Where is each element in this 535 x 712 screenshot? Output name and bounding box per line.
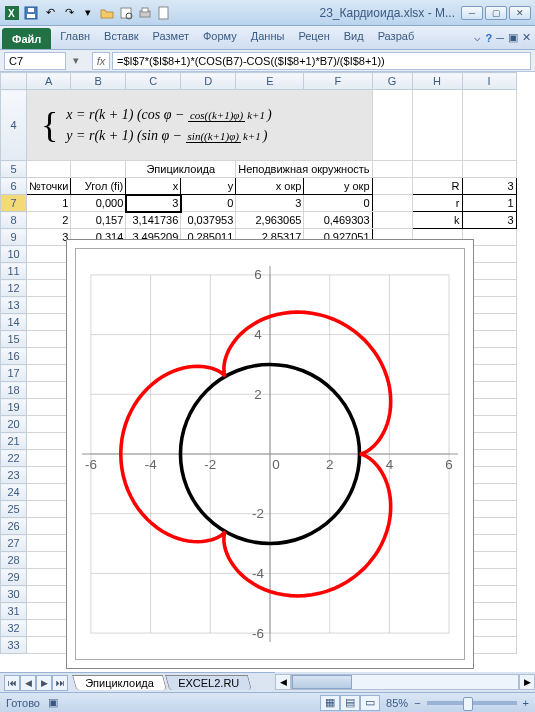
print-preview-icon[interactable] bbox=[118, 5, 134, 21]
row-header[interactable]: 24 bbox=[1, 484, 27, 501]
chart[interactable]: -6-4-20246 642-2-4-6 bbox=[66, 239, 474, 669]
row-header[interactable]: 10 bbox=[1, 246, 27, 263]
col-header[interactable]: C bbox=[126, 73, 181, 90]
cell[interactable]: №точки bbox=[27, 178, 71, 195]
cell[interactable]: 0,157 bbox=[71, 212, 126, 229]
cell[interactable]: 0,469303 bbox=[304, 212, 372, 229]
cell[interactable]: y окр bbox=[304, 178, 372, 195]
cell[interactable]: Неподвижная окружность bbox=[236, 161, 372, 178]
tab-view[interactable]: Вид bbox=[337, 26, 371, 49]
help-icon[interactable]: ? bbox=[485, 32, 492, 44]
cell[interactable]: 0,000 bbox=[71, 195, 126, 212]
row-header[interactable]: 14 bbox=[1, 314, 27, 331]
tab-insert[interactable]: Вставк bbox=[97, 26, 146, 49]
cell[interactable]: y bbox=[181, 178, 236, 195]
active-cell[interactable]: 3 bbox=[126, 195, 181, 212]
col-header[interactable]: H bbox=[412, 73, 462, 90]
col-header[interactable]: A bbox=[27, 73, 71, 90]
row-header[interactable]: 31 bbox=[1, 603, 27, 620]
col-header[interactable]: E bbox=[236, 73, 304, 90]
tab-nav-last-icon[interactable]: ⏭ bbox=[52, 675, 68, 691]
zoom-level[interactable]: 85% bbox=[386, 697, 408, 709]
view-normal-icon[interactable]: ▦ bbox=[320, 695, 340, 711]
name-box[interactable]: C7 bbox=[4, 52, 66, 70]
close-button[interactable]: ✕ bbox=[509, 6, 531, 20]
tab-formulas[interactable]: Форму bbox=[196, 26, 244, 49]
zoom-out-button[interactable]: − bbox=[414, 697, 420, 709]
view-layout-icon[interactable]: ▤ bbox=[340, 695, 360, 711]
cell[interactable]: 2,963065 bbox=[236, 212, 304, 229]
row-header[interactable]: 32 bbox=[1, 620, 27, 637]
row-header[interactable]: 12 bbox=[1, 280, 27, 297]
ribbon-minimize-icon[interactable]: ⌵ bbox=[474, 31, 481, 44]
cell[interactable]: 1 bbox=[462, 195, 516, 212]
sheet-tab-active[interactable]: Эпициклоида bbox=[72, 675, 167, 690]
row-header[interactable]: 7 bbox=[1, 195, 27, 212]
tab-home[interactable]: Главн bbox=[53, 26, 97, 49]
row-header[interactable]: 8 bbox=[1, 212, 27, 229]
cell[interactable]: 3 bbox=[462, 212, 516, 229]
row-header[interactable]: 18 bbox=[1, 382, 27, 399]
redo-icon[interactable]: ↷ bbox=[61, 5, 77, 21]
row-header[interactable]: 11 bbox=[1, 263, 27, 280]
maximize-button[interactable]: ▢ bbox=[485, 6, 507, 20]
row-header[interactable]: 21 bbox=[1, 433, 27, 450]
namebox-dropdown-icon[interactable]: ▾ bbox=[70, 54, 82, 67]
mdi-min-icon[interactable]: ─ bbox=[496, 32, 504, 44]
qat-more-icon[interactable]: ▾ bbox=[80, 5, 96, 21]
scroll-left-icon[interactable]: ◀ bbox=[275, 674, 291, 690]
row-header[interactable]: 13 bbox=[1, 297, 27, 314]
row-header[interactable]: 27 bbox=[1, 535, 27, 552]
zoom-slider[interactable] bbox=[427, 701, 517, 705]
mdi-restore-icon[interactable]: ▣ bbox=[508, 31, 518, 44]
tab-nav-prev-icon[interactable]: ◀ bbox=[20, 675, 36, 691]
row-header[interactable]: 26 bbox=[1, 518, 27, 535]
minimize-button[interactable]: ─ bbox=[461, 6, 483, 20]
row-header[interactable]: 20 bbox=[1, 416, 27, 433]
row-header[interactable]: 28 bbox=[1, 552, 27, 569]
new-icon[interactable] bbox=[156, 5, 172, 21]
tab-review[interactable]: Рецен bbox=[291, 26, 336, 49]
row-header[interactable]: 25 bbox=[1, 501, 27, 518]
tab-nav-first-icon[interactable]: ⏮ bbox=[4, 675, 20, 691]
cell[interactable]: x окр bbox=[236, 178, 304, 195]
cell[interactable]: 2 bbox=[27, 212, 71, 229]
tab-nav-next-icon[interactable]: ▶ bbox=[36, 675, 52, 691]
cell[interactable]: k bbox=[412, 212, 462, 229]
cell[interactable]: Эпициклоида bbox=[126, 161, 236, 178]
row-header[interactable]: 4 bbox=[1, 90, 27, 161]
cell[interactable]: Угол (fi) bbox=[71, 178, 126, 195]
col-header[interactable]: G bbox=[372, 73, 412, 90]
col-header[interactable]: I bbox=[462, 73, 516, 90]
col-header[interactable]: D bbox=[181, 73, 236, 90]
mdi-close-icon[interactable]: ✕ bbox=[522, 31, 531, 44]
cell[interactable]: 3 bbox=[462, 178, 516, 195]
cell[interactable]: x bbox=[126, 178, 181, 195]
cell[interactable]: 3,141736 bbox=[126, 212, 181, 229]
tab-data[interactable]: Данны bbox=[244, 26, 292, 49]
horizontal-scrollbar[interactable]: ◀ ▶ bbox=[275, 672, 535, 692]
save-icon[interactable] bbox=[23, 5, 39, 21]
formula-input[interactable]: =$I$7*($I$8+1)*(COS(B7)-COS(($I$8+1)*B7)… bbox=[112, 52, 531, 70]
cell[interactable]: 0 bbox=[304, 195, 372, 212]
zoom-in-button[interactable]: + bbox=[523, 697, 529, 709]
cell[interactable]: 1 bbox=[27, 195, 71, 212]
row-header[interactable]: 29 bbox=[1, 569, 27, 586]
undo-icon[interactable]: ↶ bbox=[42, 5, 58, 21]
cell[interactable]: 0 bbox=[181, 195, 236, 212]
scroll-right-icon[interactable]: ▶ bbox=[519, 674, 535, 690]
view-pagebreak-icon[interactable]: ▭ bbox=[360, 695, 380, 711]
sheet-tab-inactive[interactable]: EXCEL2.RU bbox=[165, 675, 252, 690]
file-tab[interactable]: Файл bbox=[2, 28, 51, 49]
tab-developer[interactable]: Разраб bbox=[371, 26, 422, 49]
cell[interactable]: R bbox=[412, 178, 462, 195]
row-header[interactable]: 15 bbox=[1, 331, 27, 348]
row-header[interactable]: 9 bbox=[1, 229, 27, 246]
tab-layout[interactable]: Размет bbox=[146, 26, 196, 49]
row-header[interactable]: 22 bbox=[1, 450, 27, 467]
cell[interactable]: r bbox=[412, 195, 462, 212]
col-header[interactable]: B bbox=[71, 73, 126, 90]
open-icon[interactable] bbox=[99, 5, 115, 21]
col-header[interactable]: F bbox=[304, 73, 372, 90]
row-header[interactable]: 33 bbox=[1, 637, 27, 654]
